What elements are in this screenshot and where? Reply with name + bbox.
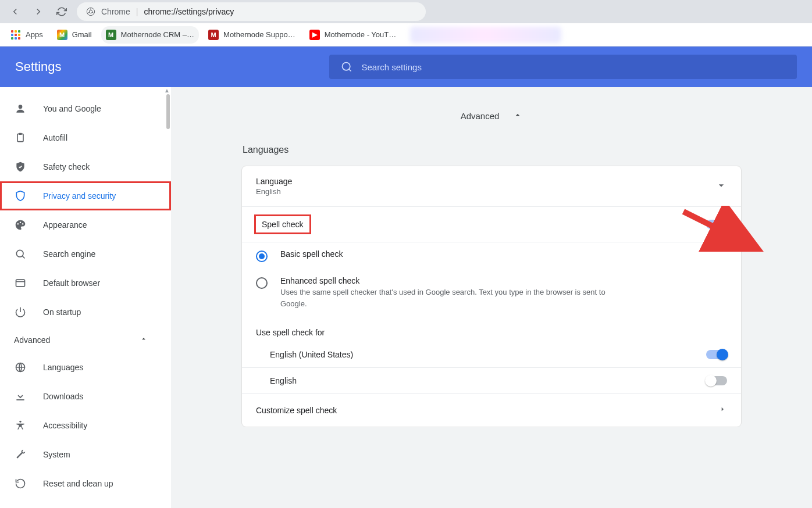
svg-point-8	[22, 223, 24, 225]
power-icon	[14, 306, 27, 319]
back-button[interactable]	[7, 3, 23, 20]
bookmark-label: Mothernode Suppo…	[223, 30, 295, 39]
sidebar-item-label: Accessibility	[43, 421, 87, 430]
clipboard-icon	[14, 131, 27, 144]
sidebar-item-label: You and Google	[43, 104, 101, 113]
spell-check-label: Spell check	[256, 216, 309, 232]
bookmark-label: Apps	[26, 30, 43, 39]
page-title: Settings	[15, 59, 62, 74]
bookmark-mothernode-crm[interactable]: M Mothernode CRM –…	[101, 26, 199, 44]
sidebar-item-downloads[interactable]: Downloads	[0, 382, 171, 411]
addr-url: chrome://settings/privacy	[144, 7, 234, 16]
sidebar-item-label: Languages	[43, 363, 83, 372]
radio-enhanced[interactable]	[256, 277, 268, 289]
advanced-section-toggle[interactable]: Advanced	[241, 110, 742, 121]
sidebar-item-privacy-security[interactable]: Privacy and security	[0, 181, 171, 210]
enhanced-spell-sub: Uses the same spell checker that's used …	[280, 287, 606, 309]
sidebar-item-label: Safety check	[43, 162, 90, 171]
advanced-label: Advanced	[461, 111, 500, 121]
main-panel: Advanced Languages Language English Spel…	[171, 87, 812, 508]
sidebar-item-autofill[interactable]: Autofill	[0, 123, 171, 152]
bookmarks-bar: Apps M Gmail M Mothernode CRM –… M Mothe…	[0, 23, 812, 46]
sidebar-item-label: On startup	[43, 307, 81, 317]
mothernode-crm-icon: M	[106, 30, 116, 40]
spell-lang-row-en: English	[242, 368, 741, 394]
bookmark-mothernode-youtube[interactable]: ▶ Mothernode - YouT…	[305, 26, 401, 44]
settings-sidebar: ▲ You and Google Autofill Safety check P…	[0, 87, 171, 508]
bookmark-apps[interactable]: Apps	[6, 26, 48, 44]
enhanced-spell-label: Enhanced spell check	[280, 276, 606, 285]
sidebar-advanced-toggle[interactable]: Advanced	[0, 327, 171, 353]
apps-grid-icon	[10, 30, 21, 40]
reload-button[interactable]	[54, 3, 70, 20]
sidebar-item-on-startup[interactable]: On startup	[0, 298, 171, 327]
basic-spell-check-option[interactable]: Basic spell check	[242, 242, 741, 269]
sidebar-item-label: Autofill	[43, 133, 67, 142]
bookmark-label: Mothernode - YouT…	[325, 30, 397, 39]
bookmark-gmail[interactable]: M Gmail	[52, 26, 97, 44]
svg-rect-5	[19, 133, 22, 135]
palette-icon	[14, 219, 27, 231]
browser-nav-bar: Chrome | chrome://settings/privacy	[0, 0, 812, 23]
settings-header: Settings Search settings	[0, 46, 812, 87]
sidebar-item-languages[interactable]: Languages	[0, 353, 171, 382]
addr-prefix: Chrome	[101, 7, 130, 16]
sidebar-item-system[interactable]: System	[0, 440, 171, 469]
spell-lang-toggle-en-us[interactable]	[706, 350, 727, 359]
sidebar-item-appearance[interactable]: Appearance	[0, 210, 171, 239]
sidebar-item-reset[interactable]: Reset and clean up	[0, 469, 171, 498]
bookmark-mothernode-support[interactable]: M Mothernode Suppo…	[204, 26, 300, 44]
gmail-icon: M	[57, 30, 67, 40]
svg-point-6	[17, 223, 19, 225]
shield-check-icon	[14, 160, 27, 173]
sidebar-item-accessibility[interactable]: Accessibility	[0, 411, 171, 440]
address-bar[interactable]: Chrome | chrome://settings/privacy	[77, 2, 426, 21]
sidebar-item-safety-check[interactable]: Safety check	[0, 152, 171, 181]
radio-basic[interactable]	[256, 251, 268, 262]
forward-button[interactable]	[30, 3, 47, 20]
chevron-up-icon	[140, 335, 148, 345]
spell-check-header: Spell check	[242, 207, 741, 242]
sidebar-item-default-browser[interactable]: Default browser	[0, 269, 171, 298]
svg-point-7	[20, 222, 22, 224]
chrome-icon	[86, 7, 95, 16]
person-icon	[14, 102, 27, 115]
svg-point-12	[19, 421, 21, 423]
sidebar-item-you-and-google[interactable]: You and Google	[0, 94, 171, 123]
section-title-languages: Languages	[243, 145, 742, 155]
customize-spell-check-row[interactable]: Customize spell check	[242, 394, 741, 427]
search-placeholder: Search settings	[362, 62, 422, 72]
sidebar-item-label: System	[43, 450, 70, 459]
browser-icon	[14, 277, 27, 289]
spell-check-toggle[interactable]	[706, 220, 727, 229]
sidebar-item-label: Downloads	[43, 392, 83, 401]
chevron-down-icon	[715, 180, 727, 194]
sidebar-item-label: Reset and clean up	[43, 479, 113, 488]
chevron-up-icon	[513, 110, 522, 121]
spell-lang-row-en-us: English (United States)	[242, 342, 741, 368]
search-settings-input[interactable]: Search settings	[329, 55, 797, 79]
sidebar-item-label: Default browser	[43, 278, 100, 288]
restore-icon	[14, 477, 27, 490]
spell-lang-toggle-en[interactable]	[706, 376, 727, 385]
svg-rect-4	[17, 134, 23, 141]
language-expand-row[interactable]: Language English	[242, 166, 741, 207]
globe-icon	[14, 361, 27, 374]
svg-point-1	[89, 10, 92, 13]
language-row-sub: English	[256, 187, 292, 196]
search-icon	[14, 248, 27, 260]
sidebar-item-search-engine[interactable]: Search engine	[0, 239, 171, 269]
enhanced-spell-check-option[interactable]: Enhanced spell check Uses the same spell…	[242, 269, 741, 316]
use-spell-check-for-label: Use spell check for	[242, 316, 741, 342]
svg-rect-10	[16, 280, 25, 287]
spell-lang-name: English (United States)	[270, 350, 353, 359]
accessibility-icon	[14, 419, 27, 432]
content-area: ▲ You and Google Autofill Safety check P…	[0, 87, 812, 508]
sidebar-item-label: Search engine	[43, 249, 95, 259]
sidebar-scrollbar[interactable]: ▲	[164, 87, 171, 508]
sidebar-item-label: Appearance	[43, 220, 87, 230]
svg-point-2	[342, 63, 350, 70]
language-row-title: Language	[256, 177, 292, 186]
customize-spell-label: Customize spell check	[256, 406, 337, 415]
spell-lang-name: English	[270, 376, 297, 385]
